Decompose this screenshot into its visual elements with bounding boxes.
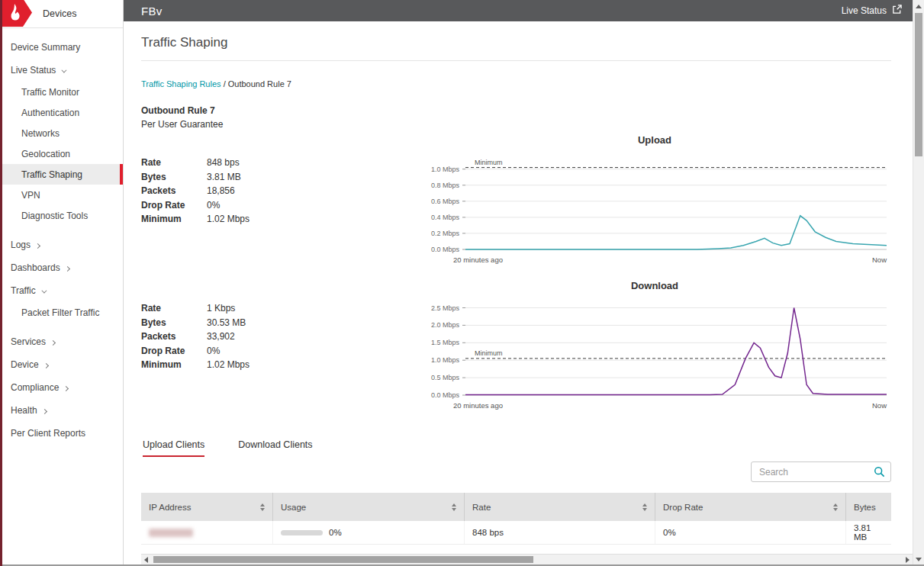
- column-label: Usage: [281, 503, 306, 512]
- stat-row: Bytes3.81 MB: [141, 172, 370, 182]
- tab-download-clients[interactable]: Download Clients: [238, 439, 312, 457]
- svg-text:0.5 Mbps: 0.5 Mbps: [431, 374, 460, 381]
- svg-text:Minimum: Minimum: [475, 349, 503, 357]
- external-link-icon: [892, 5, 902, 17]
- sidebar-item-device-summary[interactable]: Device Summary: [0, 36, 123, 59]
- horizontal-scrollbar[interactable]: [141, 554, 913, 564]
- upload-chart: 0.0 Mbps0.2 Mbps0.4 Mbps0.6 Mbps0.8 Mbps…: [418, 147, 891, 272]
- live-status-button[interactable]: Live Status: [842, 5, 902, 17]
- sidebar-item-traffic-shaping[interactable]: Traffic Shaping: [0, 164, 123, 185]
- sidebar-item-label: Per Client Reports: [11, 428, 85, 439]
- watchguard-flame-icon: [0, 0, 32, 30]
- clients-tabs: Upload Clients Download Clients: [141, 439, 891, 457]
- sort-icon[interactable]: [636, 503, 647, 511]
- search-row: [141, 461, 891, 482]
- stat-row: Drop Rate0%: [141, 346, 370, 356]
- svg-text:Now: Now: [872, 256, 887, 264]
- sidebar-item-compliance[interactable]: Compliance: [0, 376, 123, 399]
- chevron-right-icon: [65, 266, 70, 272]
- scroll-right-arrow-icon[interactable]: [906, 557, 910, 563]
- chevron-right-icon: [50, 340, 56, 346]
- live-status-label: Live Status: [842, 5, 887, 16]
- sidebar-item-per-client-reports[interactable]: Per Client Reports: [0, 422, 123, 445]
- horizontal-scrollbar-thumb[interactable]: [153, 556, 533, 563]
- table-row[interactable]: 0% 848 bps 0% 3.81 MB: [141, 521, 891, 545]
- sidebar-item-label: Packet Filter Traffic: [21, 307, 99, 318]
- table-header-row: IP Address Usage Rate Drop Rate: [141, 493, 891, 521]
- svg-text:2.0 Mbps: 2.0 Mbps: [431, 321, 460, 329]
- column-label: Drop Rate: [663, 503, 703, 512]
- svg-text:1.5 Mbps: 1.5 Mbps: [431, 339, 460, 346]
- search-icon[interactable]: [874, 466, 885, 481]
- sort-icon[interactable]: [827, 503, 838, 511]
- upload-chart-title: Upload: [418, 134, 891, 146]
- sidebar-item-logs[interactable]: Logs: [0, 233, 123, 256]
- device-title: FBv: [141, 5, 163, 18]
- sidebar-item-label: Traffic Shaping: [21, 169, 82, 180]
- sidebar-item-label: Services: [11, 336, 46, 347]
- svg-text:0.0 Mbps: 0.0 Mbps: [431, 391, 460, 399]
- download-chart: 0.0 Mbps0.5 Mbps1.0 Mbps1.5 Mbps2.0 Mbps…: [418, 293, 891, 418]
- sidebar-item-diagnostic-tools[interactable]: Diagnostic Tools: [0, 205, 123, 226]
- sidebar-item-traffic-monitor[interactable]: Traffic Monitor: [0, 82, 123, 102]
- sidebar-item-geolocation[interactable]: Geolocation: [0, 143, 123, 164]
- brand-header: Devices: [0, 0, 123, 28]
- column-header-bytes[interactable]: Bytes: [845, 493, 891, 521]
- search-input[interactable]: [751, 461, 891, 482]
- stat-label: Drop Rate: [141, 346, 207, 356]
- column-header-usage[interactable]: Usage: [272, 493, 464, 521]
- column-header-drop-rate[interactable]: Drop Rate: [655, 493, 845, 521]
- scroll-up-arrow-icon[interactable]: [916, 5, 922, 8]
- sidebar-item-label: Logs: [11, 240, 31, 250]
- scroll-left-arrow-icon[interactable]: [144, 557, 148, 563]
- stat-label: Packets: [141, 331, 207, 342]
- sidebar-item-health[interactable]: Health: [0, 399, 123, 422]
- top-header-bar: FBv Live Status: [124, 0, 913, 21]
- download-section: Rate1 KbpsBytes30.53 MBPackets33,902Drop…: [141, 280, 891, 418]
- vertical-scrollbar-thumb[interactable]: [915, 13, 922, 156]
- column-header-ip-address[interactable]: IP Address: [141, 493, 272, 521]
- rule-type: Per User Guarantee: [141, 119, 891, 130]
- download-chart-title: Download: [418, 280, 891, 291]
- stat-label: Bytes: [141, 172, 207, 182]
- sidebar-item-traffic[interactable]: Traffic: [0, 279, 123, 302]
- sidebar-item-live-status[interactable]: Live Status: [0, 59, 123, 82]
- stat-label: Drop Rate: [141, 200, 207, 211]
- sidebar-item-networks[interactable]: Networks: [0, 123, 123, 143]
- content: Traffic Shaping Traffic Shaping Rules / …: [124, 21, 913, 566]
- svg-text:0.8 Mbps: 0.8 Mbps: [431, 182, 460, 189]
- sort-icon[interactable]: [446, 503, 456, 511]
- upload-chart-box: Upload 0.0 Mbps0.2 Mbps0.4 Mbps0.6 Mbps0…: [418, 134, 891, 272]
- column-header-rate[interactable]: Rate: [464, 493, 655, 521]
- svg-text:2.5 Mbps: 2.5 Mbps: [431, 304, 460, 312]
- stat-label: Minimum: [141, 214, 207, 224]
- breadcrumb-link[interactable]: Traffic Shaping Rules: [141, 79, 221, 88]
- sidebar-item-packet-filter-traffic[interactable]: Packet Filter Traffic: [0, 302, 123, 323]
- vertical-scrollbar[interactable]: [913, 0, 924, 566]
- sidebar-item-dashboards[interactable]: Dashboards: [0, 256, 123, 279]
- svg-text:1.0 Mbps: 1.0 Mbps: [431, 356, 460, 364]
- breadcrumb-separator: /: [224, 79, 226, 88]
- scroll-down-arrow-icon[interactable]: [916, 558, 922, 561]
- rule-name: Outbound Rule 7: [141, 105, 891, 116]
- sidebar-item-label: Traffic: [11, 285, 36, 296]
- brand-label: Devices: [43, 8, 76, 19]
- sidebar-item-device[interactable]: Device: [0, 353, 123, 376]
- sidebar-item-label: Live Status: [11, 65, 56, 76]
- svg-text:20 minutes ago: 20 minutes ago: [453, 256, 503, 264]
- stat-row: Rate848 bps: [141, 157, 370, 168]
- sidebar-item-vpn[interactable]: VPN: [0, 185, 123, 205]
- breadcrumb-current: Outbound Rule 7: [228, 79, 291, 88]
- sidebar-item-authentication[interactable]: Authentication: [0, 102, 123, 123]
- download-chart-box: Download 0.0 Mbps0.5 Mbps1.0 Mbps1.5 Mbp…: [418, 280, 891, 418]
- sidebar-item-label: Authentication: [21, 108, 79, 118]
- tab-upload-clients[interactable]: Upload Clients: [143, 439, 204, 457]
- drop-rate-cell: 0%: [655, 521, 845, 544]
- column-label: Rate: [472, 503, 491, 512]
- sidebar-item-label: Device Summary: [11, 42, 80, 53]
- sidebar-item-services[interactable]: Services: [0, 330, 123, 353]
- bytes-cell: 3.81 MB: [845, 521, 891, 544]
- sidebar-item-label: Traffic Monitor: [21, 87, 79, 98]
- usage-cell: 0%: [272, 521, 464, 544]
- sort-icon[interactable]: [254, 503, 265, 511]
